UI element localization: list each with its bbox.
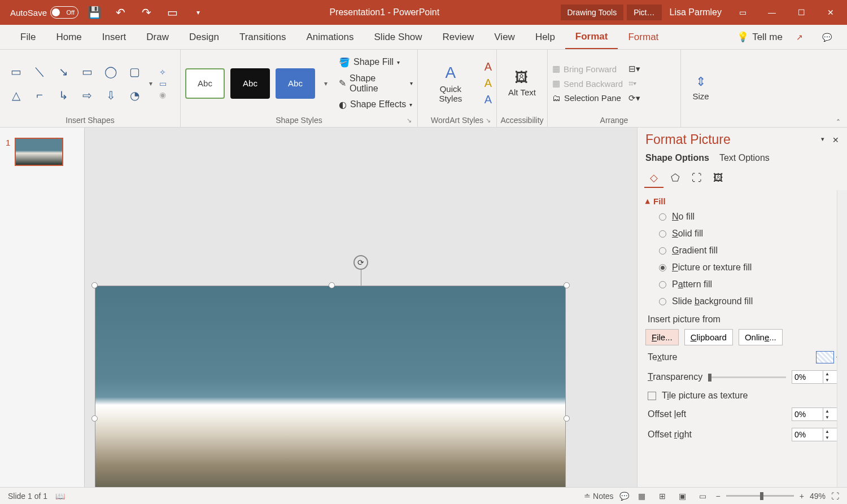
slide-counter[interactable]: Slide 1 of 1 bbox=[8, 492, 47, 501]
style-more-icon[interactable]: ▾ bbox=[321, 80, 331, 87]
selection-pane-button[interactable]: 🗂Selection Pane bbox=[552, 93, 623, 103]
fill-section-header[interactable]: ▴Fill bbox=[645, 194, 839, 208]
reading-view-icon[interactable]: ▣ bbox=[675, 490, 690, 502]
shape-rectangle-icon[interactable]: ▭ bbox=[76, 60, 98, 83]
size-props-icon[interactable]: ⛶ bbox=[687, 169, 706, 188]
text-outline-icon[interactable]: A bbox=[484, 77, 492, 90]
spellcheck-icon[interactable]: 📖 bbox=[55, 492, 65, 501]
autosave-toggle[interactable]: AutoSave Off bbox=[10, 6, 78, 19]
pane-scrollbar[interactable] bbox=[837, 190, 847, 487]
menu-review[interactable]: Review bbox=[433, 26, 484, 49]
insert-online-button[interactable]: Online... bbox=[739, 329, 783, 345]
save-icon[interactable]: 💾 bbox=[84, 2, 104, 23]
normal-view-icon[interactable]: ▦ bbox=[635, 490, 649, 502]
tab-text-options[interactable]: Text Options bbox=[719, 153, 770, 163]
shape-styles-launcher-icon[interactable]: ↘ bbox=[407, 117, 412, 124]
shape-textbox-icon[interactable]: ▭ bbox=[5, 60, 27, 83]
tile-checkbox[interactable] bbox=[648, 392, 656, 400]
menu-slideshow[interactable]: Slide Show bbox=[364, 26, 433, 49]
resize-handle-tr[interactable] bbox=[564, 282, 570, 288]
align-icon[interactable]: ⊟▾ bbox=[628, 64, 640, 74]
shape-arrow-down-icon[interactable]: ⇩ bbox=[99, 84, 122, 107]
style-swatch-1[interactable]: Abc bbox=[185, 68, 225, 99]
insert-clipboard-button[interactable]: Clipboard bbox=[684, 329, 733, 345]
insert-file-button[interactable]: File... bbox=[645, 329, 679, 345]
wordart-launcher-icon[interactable]: ↘ bbox=[486, 117, 491, 124]
slide-canvas-area[interactable]: ⟳ bbox=[85, 128, 637, 487]
rotate-icon[interactable]: ⟳▾ bbox=[628, 93, 640, 103]
menu-format-picture[interactable]: Format bbox=[618, 26, 669, 49]
quick-styles-button[interactable]: A Quick Styles bbox=[422, 62, 479, 106]
redo-icon[interactable]: ↷ bbox=[136, 2, 156, 23]
radio-slide-bg-fill[interactable]: Slide background fill bbox=[645, 293, 839, 310]
resize-handle-tl[interactable] bbox=[91, 282, 98, 288]
qat-customize-icon[interactable]: ▾ bbox=[188, 2, 208, 23]
context-tab-drawing[interactable]: Drawing Tools bbox=[561, 5, 624, 20]
tab-shape-options[interactable]: Shape Options bbox=[645, 153, 709, 163]
shape-oval-icon[interactable]: ◯ bbox=[99, 60, 122, 83]
shape-outline-button[interactable]: ✎Shape Outline▾ bbox=[339, 73, 413, 94]
text-effects-icon[interactable]: A bbox=[484, 93, 492, 106]
menu-home[interactable]: Home bbox=[46, 26, 91, 49]
menu-animations[interactable]: Animations bbox=[296, 26, 364, 49]
comments-status-icon[interactable]: 💬 bbox=[619, 492, 629, 501]
resize-handle-r[interactable] bbox=[564, 415, 570, 422]
transparency-slider[interactable] bbox=[708, 376, 786, 378]
shape-connector-icon[interactable]: ↳ bbox=[52, 84, 75, 107]
comments-icon[interactable]: 💬 bbox=[817, 27, 837, 47]
context-tab-picture[interactable]: Pict… bbox=[627, 5, 661, 20]
style-swatch-2[interactable]: Abc bbox=[230, 68, 270, 99]
menu-view[interactable]: View bbox=[484, 26, 525, 49]
merge-shapes-icon[interactable]: ◉ bbox=[159, 90, 167, 99]
menu-design[interactable]: Design bbox=[179, 26, 229, 49]
radio-no-fill[interactable]: No fill bbox=[645, 208, 839, 225]
slide-thumbnail-1[interactable]: 1 bbox=[6, 138, 78, 166]
alt-text-button[interactable]: 🖼 Alt Text bbox=[501, 67, 543, 99]
text-fill-icon[interactable]: A bbox=[484, 60, 492, 73]
radio-gradient-fill[interactable]: Gradient fill bbox=[645, 242, 839, 259]
menu-file[interactable]: File bbox=[10, 26, 46, 49]
close-icon[interactable]: ✕ bbox=[818, 0, 844, 25]
radio-picture-fill[interactable]: Picture or texture fill bbox=[645, 259, 839, 276]
selected-picture[interactable] bbox=[95, 286, 566, 487]
undo-icon[interactable]: ↶ bbox=[110, 2, 130, 23]
shapes-more-icon[interactable]: ▾ bbox=[149, 80, 152, 87]
shape-arrow-line-icon[interactable]: ↘ bbox=[52, 60, 75, 83]
shape-fill-button[interactable]: 🪣Shape Fill▾ bbox=[339, 57, 413, 68]
shape-elbow-icon[interactable]: ⌐ bbox=[28, 84, 51, 107]
shape-style-gallery[interactable]: Abc Abc Abc ▾ bbox=[185, 68, 331, 99]
zoom-level[interactable]: 49% bbox=[810, 492, 826, 501]
user-name[interactable]: Lisa Parmley bbox=[665, 7, 726, 17]
sorter-view-icon[interactable]: ⊞ bbox=[655, 490, 670, 502]
effects-tab-icon[interactable]: ⬠ bbox=[666, 169, 685, 188]
fill-line-icon[interactable]: ◇ bbox=[644, 169, 663, 188]
slide-thumbnails-panel[interactable]: 1 bbox=[0, 128, 85, 487]
pane-close-icon[interactable]: ✕ bbox=[832, 135, 839, 144]
radio-pattern-fill[interactable]: Pattern fill bbox=[645, 276, 839, 293]
zoom-in-icon[interactable]: + bbox=[800, 492, 804, 501]
maximize-icon[interactable]: ☐ bbox=[788, 0, 814, 25]
shape-rounded-rect-icon[interactable]: ▢ bbox=[123, 60, 146, 83]
shapes-gallery[interactable]: ▭ ＼ ↘ ▭ ◯ ▢ △ ⌐ ↳ ⇨ ⇩ ◔ bbox=[5, 60, 146, 107]
zoom-slider[interactable] bbox=[726, 495, 794, 497]
picture-tab-icon[interactable]: 🖼 bbox=[709, 169, 728, 188]
offset-left-spinner[interactable]: ▲▼ bbox=[792, 407, 839, 421]
transparency-spinner[interactable]: ▲▼ bbox=[792, 370, 839, 384]
menu-format-drawing[interactable]: Format bbox=[565, 25, 618, 49]
tell-me[interactable]: 💡 Tell me bbox=[737, 31, 783, 43]
size-button[interactable]: ⇕ Size bbox=[686, 72, 715, 103]
fit-to-window-icon[interactable]: ⛶ bbox=[831, 492, 839, 501]
notes-button[interactable]: ≐ Notes bbox=[584, 492, 613, 501]
ribbon-display-icon[interactable]: ▭ bbox=[730, 0, 756, 25]
shape-arrow-right-icon[interactable]: ⇨ bbox=[76, 84, 98, 107]
menu-insert[interactable]: Insert bbox=[92, 26, 137, 49]
slideshow-view-icon[interactable]: ▭ bbox=[696, 490, 710, 502]
zoom-out-icon[interactable]: − bbox=[716, 492, 721, 501]
pane-options-icon[interactable]: ▾ bbox=[821, 135, 824, 144]
texture-picker[interactable]: ▾ bbox=[816, 351, 839, 363]
collapse-ribbon-icon[interactable]: ˄ bbox=[829, 118, 847, 127]
radio-solid-fill[interactable]: Solid fill bbox=[645, 225, 839, 242]
offset-right-spinner[interactable]: ▲▼ bbox=[792, 428, 839, 441]
shape-pie-icon[interactable]: ◔ bbox=[123, 84, 146, 107]
slideshow-start-icon[interactable]: ▭ bbox=[162, 2, 182, 23]
